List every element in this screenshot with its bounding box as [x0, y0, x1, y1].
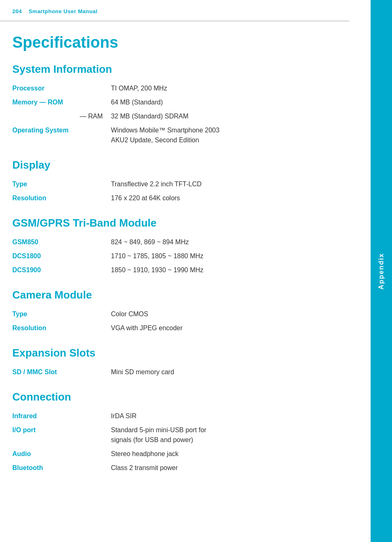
- spec-label: DCS1900: [12, 263, 111, 277]
- table-row: Resolution VGA with JPEG encoder: [12, 321, 337, 335]
- spec-value: 1850 ~ 1910, 1930 ~ 1990 MHz: [111, 263, 337, 277]
- spec-label: I/O port: [12, 423, 111, 447]
- table-row: Type Color CMOS: [12, 307, 337, 321]
- section-title-system-information: System Information: [12, 63, 337, 76]
- spec-label: Type: [12, 307, 111, 321]
- spec-label: Audio: [12, 447, 111, 461]
- spec-table-system-information: Processor TI OMAP, 200 MHz Memory — ROM …: [12, 81, 337, 147]
- section-title-connection: Connection: [12, 391, 337, 403]
- spec-value: Color CMOS: [111, 307, 337, 321]
- spec-table-gsm-gprs: GSM850 824 ~ 849, 869 ~ 894 MHz DCS1800 …: [12, 235, 337, 277]
- spec-value: Windows Mobile™ Smartphone 2003AKU2 Upda…: [111, 123, 337, 147]
- section-title-display: Display: [12, 159, 337, 171]
- table-row: Memory — ROM 64 MB (Standard): [12, 95, 337, 109]
- section-title-camera-module: Camera Module: [12, 289, 337, 301]
- spec-value: Transflective 2.2 inch TFT-LCD: [111, 177, 337, 191]
- table-row: Resolution 176 x 220 at 64K colors: [12, 191, 337, 205]
- spec-value: TI OMAP, 200 MHz: [111, 81, 337, 95]
- page-wrapper: 204 Smartphone User Manual Specification…: [0, 0, 392, 542]
- section-title-gsm-gprs: GSM/GPRS Tri-Band Module: [12, 217, 337, 229]
- spec-value: Mini SD memory card: [111, 365, 337, 379]
- sidebar-label: Appendix: [378, 253, 385, 290]
- spec-table-expansion-slots: SD / MMC Slot Mini SD memory card: [12, 365, 337, 379]
- spec-value: Stereo headphone jack: [111, 447, 337, 461]
- spec-label: Operating System: [12, 123, 111, 147]
- table-row: Processor TI OMAP, 200 MHz: [12, 81, 337, 95]
- spec-value: Class 2 transmit power: [111, 461, 337, 475]
- table-row: I/O port Standard 5-pin mini-USB port fo…: [12, 423, 337, 447]
- sidebar: Appendix: [371, 0, 392, 542]
- spec-value: IrDA SIR: [111, 409, 337, 423]
- spec-value: 176 x 220 at 64K colors: [111, 191, 337, 205]
- spec-label: Type: [12, 177, 111, 191]
- spec-value: VGA with JPEG encoder: [111, 321, 337, 335]
- spec-value: 64 MB (Standard): [111, 95, 337, 109]
- table-row: Bluetooth Class 2 transmit power: [12, 461, 337, 475]
- content-body: Specifications System Information Proces…: [0, 21, 349, 503]
- spec-label: GSM850: [12, 235, 111, 249]
- header-bar: 204 Smartphone User Manual: [0, 0, 349, 21]
- table-row: Infrared IrDA SIR: [12, 409, 337, 423]
- spec-label-indent: — RAM: [12, 109, 111, 123]
- spec-table-connection: Infrared IrDA SIR I/O port Standard 5-pi…: [12, 409, 337, 475]
- spec-label: Processor: [12, 81, 111, 95]
- table-row: DCS1900 1850 ~ 1910, 1930 ~ 1990 MHz: [12, 263, 337, 277]
- table-row: Audio Stereo headphone jack: [12, 447, 337, 461]
- table-row: Type Transflective 2.2 inch TFT-LCD: [12, 177, 337, 191]
- table-row: GSM850 824 ~ 849, 869 ~ 894 MHz: [12, 235, 337, 249]
- spec-label: Infrared: [12, 409, 111, 423]
- table-row: — RAM 32 MB (Standard) SDRAM: [12, 109, 337, 123]
- spec-label: SD / MMC Slot: [12, 365, 111, 379]
- page-number: 204: [12, 8, 22, 14]
- header-text: 204 Smartphone User Manual: [12, 8, 97, 14]
- spec-table-camera-module: Type Color CMOS Resolution VGA with JPEG…: [12, 307, 337, 335]
- spec-label: Memory — ROM: [12, 95, 111, 109]
- table-row: Operating System Windows Mobile™ Smartph…: [12, 123, 337, 147]
- spec-label: Bluetooth: [12, 461, 111, 475]
- table-row: SD / MMC Slot Mini SD memory card: [12, 365, 337, 379]
- spec-label: Resolution: [12, 321, 111, 335]
- section-title-expansion-slots: Expansion Slots: [12, 347, 337, 359]
- spec-label: Resolution: [12, 191, 111, 205]
- spec-value: 32 MB (Standard) SDRAM: [111, 109, 337, 123]
- spec-value: Standard 5-pin mini-USB port forsignals …: [111, 423, 337, 447]
- spec-table-display: Type Transflective 2.2 inch TFT-LCD Reso…: [12, 177, 337, 205]
- main-content-area: 204 Smartphone User Manual Specification…: [0, 0, 371, 542]
- spec-label: DCS1800: [12, 249, 111, 263]
- spec-value: 1710 ~ 1785, 1805 ~ 1880 MHz: [111, 249, 337, 263]
- table-row: DCS1800 1710 ~ 1785, 1805 ~ 1880 MHz: [12, 249, 337, 263]
- spec-value: 824 ~ 849, 869 ~ 894 MHz: [111, 235, 337, 249]
- manual-title: Smartphone User Manual: [29, 8, 98, 14]
- page-title: Specifications: [12, 34, 337, 51]
